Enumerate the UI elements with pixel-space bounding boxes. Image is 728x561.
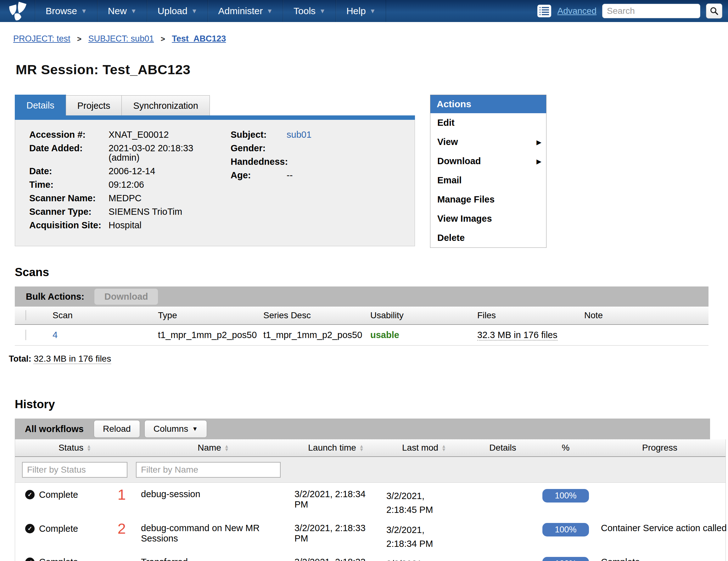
- percent-badge: 100%: [542, 489, 589, 502]
- total-label: Total:: [9, 354, 31, 363]
- nav-browse[interactable]: Browse ▼: [35, 0, 98, 22]
- workflow-status: Complete: [39, 557, 78, 561]
- all-workflows-label: All workflows: [25, 424, 84, 434]
- workflow-last-mod: 3/2/2021, 2:18:45 PM: [380, 489, 468, 517]
- nav-browse-label: Browse: [46, 6, 77, 16]
- workflow-progress: Container Service action called: [594, 523, 727, 533]
- scans-heading: Scans: [15, 266, 728, 279]
- breadcrumb-project[interactable]: PROJECT: test: [13, 34, 70, 43]
- workflow-launch-time: 3/2/2021, 2:18:33 PM: [292, 523, 380, 544]
- action-edit[interactable]: Edit: [430, 113, 546, 132]
- col-status-sort[interactable]: Status ▲▼: [15, 443, 135, 453]
- col-name-sort[interactable]: Name ▲▼: [135, 443, 292, 453]
- col-progress-label: Progress: [642, 443, 677, 453]
- col-percent: %: [537, 443, 594, 453]
- subject-link[interactable]: sub01: [287, 130, 311, 139]
- sort-icon: ▲▼: [87, 444, 91, 451]
- breadcrumb-separator: >: [77, 35, 81, 43]
- tab-accent-strip: [15, 115, 415, 120]
- annotation-number: 2: [118, 523, 126, 534]
- workflow-name: debug-session: [135, 489, 292, 499]
- scanner-name-value: MEDPC: [109, 194, 142, 203]
- field-label: Age:: [231, 171, 287, 180]
- page-title: MR Session: Test_ABC123: [16, 62, 728, 77]
- tab-synchronization[interactable]: Synchronization: [121, 95, 210, 115]
- action-delete[interactable]: Delete: [430, 228, 546, 248]
- chevron-down-icon: ▼: [370, 8, 376, 15]
- col-type: Type: [152, 310, 257, 320]
- bulk-download-button[interactable]: Download: [94, 289, 158, 305]
- complete-check-icon: ✓: [25, 558, 35, 561]
- bulk-actions-label: Bulk Actions:: [26, 291, 84, 302]
- nav-administer-label: Administer: [218, 6, 263, 16]
- chevron-down-icon: ▼: [131, 8, 137, 15]
- workflow-status: Complete: [39, 490, 78, 500]
- usability-badge: usable: [370, 330, 399, 340]
- scan-id-link[interactable]: 4: [53, 330, 58, 340]
- chevron-down-icon: ▼: [319, 8, 326, 15]
- advanced-search-link[interactable]: Advanced: [557, 6, 596, 16]
- breadcrumb-separator: >: [161, 35, 165, 43]
- top-navbar: Browse ▼ New ▼ Upload ▼ Administer ▼ Too…: [0, 0, 728, 22]
- table-row: 4 t1_mpr_1mm_p2_pos50 t1_mpr_1mm_p2_pos5…: [15, 325, 708, 345]
- columns-button[interactable]: Columns ▼: [144, 420, 207, 438]
- chevron-down-icon: ▼: [192, 425, 198, 432]
- scan-files-link[interactable]: 32.3 MB in 176 files: [477, 330, 557, 340]
- age-value: --: [287, 171, 293, 180]
- col-series-desc: Series Desc: [257, 310, 364, 320]
- workflow-name: Transferred: [135, 557, 292, 561]
- filter-name-input[interactable]: [136, 462, 281, 478]
- annotation-number: 1: [118, 489, 126, 500]
- scan-row-checkbox[interactable]: [25, 329, 26, 340]
- chevron-down-icon: ▼: [191, 8, 198, 15]
- workflow-name: debug-command on New MR Sessions: [135, 523, 292, 544]
- nav-tools[interactable]: Tools ▼: [283, 0, 336, 22]
- action-manage-files[interactable]: Manage Files: [430, 190, 546, 209]
- scans-table-header: Scan Type Series Desc Usability Files No…: [15, 306, 708, 325]
- table-row: ✓ Complete 1 debug-session 3/2/2021, 2:1…: [15, 483, 725, 517]
- field-label: Gender:: [231, 143, 287, 153]
- field-label: Date Added:: [29, 143, 109, 162]
- col-lastmod-sort[interactable]: Last mod ▲▼: [380, 443, 468, 453]
- history-toolbar: All workflows Reload Columns ▼: [15, 418, 710, 439]
- submenu-arrow-icon: ▶: [536, 138, 541, 146]
- action-download[interactable]: Download ▶: [430, 152, 546, 171]
- col-note: Note: [578, 310, 708, 320]
- select-all-checkbox[interactable]: [25, 310, 26, 320]
- tab-details[interactable]: Details: [15, 95, 66, 115]
- xnat-logo-icon[interactable]: [0, 0, 35, 22]
- date-value: 2006-12-14: [109, 166, 155, 176]
- col-launch-sort[interactable]: Launch time ▲▼: [292, 443, 380, 453]
- filter-status-input[interactable]: [22, 462, 127, 478]
- breadcrumb-subject[interactable]: SUBJECT: sub01: [88, 34, 154, 43]
- columns-button-label: Columns: [154, 424, 188, 434]
- search-input[interactable]: [602, 4, 700, 18]
- nav-tools-label: Tools: [294, 6, 316, 16]
- percent-badge: 100%: [542, 523, 589, 536]
- history-filter-row: [15, 457, 725, 483]
- sort-icon: ▲▼: [359, 444, 364, 451]
- field-label: Subject:: [231, 130, 287, 139]
- nav-new[interactable]: New ▼: [98, 0, 147, 22]
- reload-button[interactable]: Reload: [94, 420, 140, 438]
- nav-help[interactable]: Help ▼: [336, 0, 386, 22]
- advanced-search-icon[interactable]: [537, 4, 552, 18]
- accession-value: XNAT_E00012: [109, 130, 169, 139]
- action-view-images[interactable]: View Images: [430, 209, 546, 228]
- search-button[interactable]: [706, 3, 722, 19]
- field-label: Date:: [29, 166, 109, 176]
- nav-administer[interactable]: Administer ▼: [208, 0, 283, 22]
- action-email[interactable]: Email: [430, 171, 546, 190]
- action-view[interactable]: View ▶: [430, 132, 546, 152]
- field-label: Time:: [29, 180, 109, 189]
- col-progress: Progress: [594, 443, 725, 453]
- breadcrumb-session[interactable]: Test_ABC123: [172, 34, 226, 43]
- tab-projects[interactable]: Projects: [66, 95, 122, 115]
- col-scan: Scan: [46, 310, 152, 320]
- workflow-launch-time: 3/2/2021, 2:18:33 PM: [292, 557, 380, 561]
- date-added-value: 2021-03-02 20:18:33 (admin): [109, 143, 216, 162]
- sort-icon: ▲▼: [441, 444, 446, 451]
- total-value: 32.3 MB in 176 files: [34, 354, 111, 364]
- nav-upload[interactable]: Upload ▼: [147, 0, 208, 22]
- field-label: Scanner Type:: [29, 207, 109, 216]
